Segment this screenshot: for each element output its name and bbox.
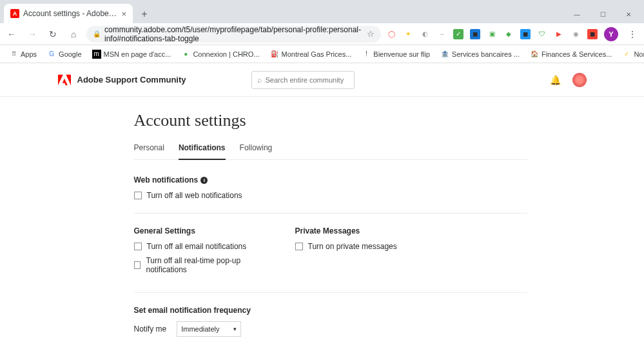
ext-icon[interactable]: → <box>436 29 447 39</box>
checkbox-turn-off-email[interactable] <box>134 243 142 250</box>
bookmark-item[interactable]: 🏦Services bancaires ... <box>436 48 523 60</box>
adobe-logo-icon <box>58 74 71 86</box>
search-box[interactable]: ⌕ <box>251 71 355 89</box>
private-messages-heading: Private Messages <box>295 226 431 235</box>
bookmark-item[interactable]: !Bienvenue sur flip <box>358 48 433 60</box>
tab-personal[interactable]: Personal <box>134 143 164 159</box>
ext-icon[interactable]: ◆ <box>503 29 514 39</box>
lock-icon: 🔒 <box>93 30 101 37</box>
ext-icon[interactable]: ◼ <box>520 29 531 39</box>
page-title: Account settings <box>134 111 527 130</box>
bookmark-item[interactable]: mMSN en page d'acc... <box>88 48 175 60</box>
url-text: community.adobe.com/t5/user/myprofilepag… <box>104 25 363 43</box>
ext-icon[interactable]: ◯ <box>386 29 396 39</box>
ext-icon[interactable]: ◉ <box>571 29 581 39</box>
site-header: Adobe Support Community ⌕ 🔔 <box>0 63 644 97</box>
tab-following[interactable]: Following <box>240 143 273 159</box>
forward-button[interactable]: → <box>24 26 40 42</box>
maximize-icon[interactable]: ☐ <box>590 5 616 23</box>
ext-icon[interactable]: ▣ <box>487 29 497 39</box>
divider <box>134 292 527 293</box>
general-settings-heading: General Settings <box>134 226 269 235</box>
menu-icon[interactable]: ⋮ <box>625 26 640 42</box>
ext-icon[interactable]: ◼ <box>587 29 598 39</box>
bookmark-item[interactable]: 🏠Finances & Services... <box>526 48 616 60</box>
back-button[interactable]: ← <box>4 26 19 42</box>
search-icon: ⌕ <box>257 75 262 85</box>
apps-button[interactable]: ⠿Apps <box>5 48 41 60</box>
info-icon[interactable]: i <box>200 177 208 184</box>
url-bar[interactable]: 🔒 community.adobe.com/t5/user/myprofilep… <box>86 26 381 43</box>
bookmark-item[interactable]: ⛽Montreal Gas Prices... <box>266 48 356 60</box>
ext-icon[interactable]: ✦ <box>403 29 413 39</box>
notify-me-label: Notify me <box>134 324 167 334</box>
frequency-select[interactable]: Immediately ▾ <box>177 321 241 337</box>
bookmarks-bar: ⠿Apps GGoogle mMSN en page d'acc... ●Con… <box>0 45 644 63</box>
checkbox-label: Turn off all web notifications <box>147 191 242 200</box>
bookmark-item[interactable]: GGoogle <box>43 48 85 60</box>
chevron-down-icon: ▾ <box>233 326 237 332</box>
address-bar: ← → ↻ ⌂ 🔒 community.adobe.com/t5/user/my… <box>0 23 644 45</box>
checkbox-turn-off-popup[interactable] <box>134 261 141 269</box>
reload-button[interactable]: ↻ <box>45 26 61 42</box>
settings-tabs: Personal Notifications Following <box>134 143 527 160</box>
user-avatar[interactable] <box>572 73 587 87</box>
extension-icons: ◯ ✦ ◐ → ✓ ◼ ▣ ◆ ◼ 🛡 ▶ ◉ ◼ Y ⋮ <box>386 26 640 42</box>
star-icon[interactable]: ☆ <box>367 29 375 39</box>
tab-title: Account settings - Adobe Supp... <box>23 9 117 18</box>
checkbox-turn-off-web[interactable] <box>134 192 142 199</box>
bookmark-item[interactable]: ✓Norton Security – N... <box>618 48 644 60</box>
site-name[interactable]: Adobe Support Community <box>77 75 186 85</box>
checkbox-label: Turn off all email notifications <box>147 242 247 251</box>
ext-icon[interactable]: ✓ <box>453 29 463 39</box>
ext-icon[interactable]: ◼ <box>470 29 480 39</box>
profile-avatar[interactable]: Y <box>604 27 618 41</box>
checkbox-label: Turn off all real-time pop-up notificati… <box>146 256 269 274</box>
close-window-icon[interactable]: ✕ <box>616 5 641 23</box>
close-icon[interactable]: × <box>121 9 126 19</box>
ext-icon[interactable]: ▶ <box>554 29 564 39</box>
frequency-heading: Set email notification frequency <box>134 306 527 315</box>
bookmark-item[interactable]: ●Connexion | CHRO... <box>177 48 263 60</box>
checkbox-label: Turn on private messages <box>308 242 397 251</box>
tab-notifications[interactable]: Notifications <box>179 143 226 160</box>
minimize-icon[interactable]: — <box>564 5 590 23</box>
divider <box>134 213 527 214</box>
search-input[interactable] <box>266 76 355 84</box>
browser-tab-active[interactable]: A Account settings - Adobe Supp... × <box>4 4 133 23</box>
checkbox-private-messages[interactable] <box>295 243 303 250</box>
adobe-favicon: A <box>10 9 19 18</box>
web-notifications-heading: Web notifications i <box>134 175 527 184</box>
home-button[interactable]: ⌂ <box>66 26 81 42</box>
checkbox-row: Turn off all web notifications <box>134 191 527 200</box>
ext-icon[interactable]: 🛡 <box>537 29 547 39</box>
new-tab-button[interactable]: + <box>135 5 153 23</box>
browser-tab-strip: A Account settings - Adobe Supp... × + —… <box>0 0 644 23</box>
ext-icon[interactable]: ◐ <box>420 29 430 39</box>
notifications-icon[interactable]: 🔔 <box>550 75 561 85</box>
